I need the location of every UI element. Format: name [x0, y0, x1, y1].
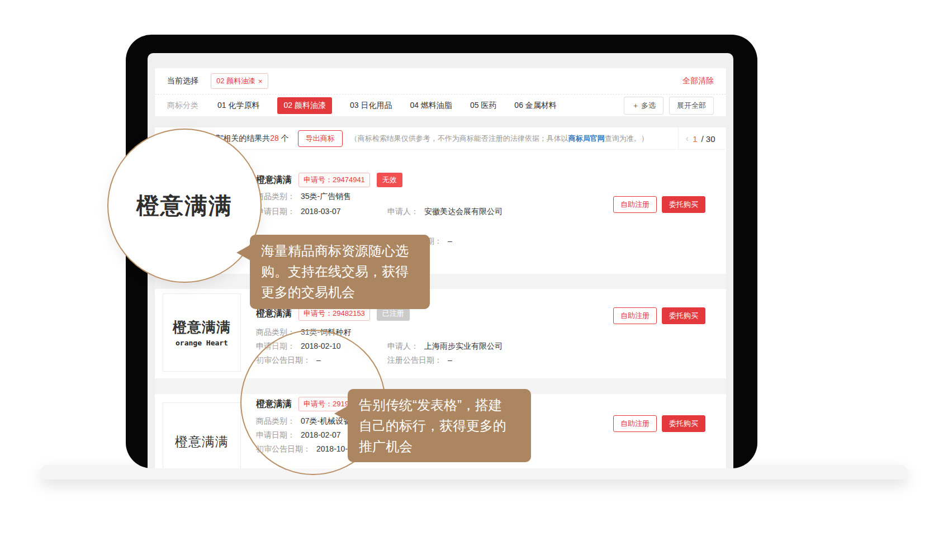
field-value: – [448, 355, 452, 364]
current-selection-label: 当前选择 [167, 76, 198, 86]
results-count: 28 [270, 134, 279, 143]
category-item-04[interactable]: 04 燃料油脂 [410, 101, 452, 111]
field-label: 申请日期： [256, 341, 295, 350]
pagination-current: 1 [693, 134, 697, 144]
result-row-2: 橙意满满 orange Heart 橙意满满 申请号：29482153 已注册 … [155, 289, 726, 378]
expand-all-button[interactable]: 展开全部 [669, 97, 714, 115]
reg-notice-field: 注册公告日期：– [387, 355, 452, 366]
self-register-button[interactable]: 自助注册 [613, 415, 657, 432]
category-row: 商标分类 01 化学原料 02 颜料油漆 03 日化用品 04 燃料油脂 05 … [155, 95, 726, 116]
category-item-03[interactable]: 03 日化用品 [350, 101, 392, 111]
first-notice-field: 初审公告日期：– [256, 355, 321, 366]
results-unit: 个 [281, 134, 289, 143]
result-title-row: 橙意满满 申请号：29474941 无效 [256, 173, 402, 187]
trademark-name: 橙意满满 [256, 174, 292, 186]
field-label: 商品类别： [256, 416, 295, 425]
entrust-buy-button[interactable]: 委托购买 [662, 415, 705, 432]
application-number-tag: 申请号：29474941 [298, 173, 370, 187]
field-value: 2018-02-07 [301, 430, 341, 439]
category-item-02-selected[interactable]: 02 颜料油漆 [277, 97, 331, 114]
row-actions: 自助注册 委托购买 [613, 196, 705, 213]
apply-date-field: 申请日期：2018-03-07 [256, 207, 341, 217]
field-label: 初审公告日期： [256, 444, 311, 453]
field-value: 35类-广告销售 [301, 192, 351, 201]
entrust-buy-button[interactable]: 委托购买 [662, 196, 705, 213]
pagination: ‹ 1 / 30 [678, 127, 726, 150]
field-label: 注册公告日期： [387, 355, 442, 364]
trademark-image-subtext: orange Heart [176, 339, 228, 347]
trademark-image-text: 橙意满满 [173, 318, 231, 336]
results-header: 检索到“橙意满满”相关的结果共28 个 导出商标 （商标检索结果仅供参考，不作为… [155, 127, 726, 150]
selected-filter-tag[interactable]: 02 颜料油漆 × [211, 73, 268, 89]
multi-select-button[interactable]: ＋ 多选 [624, 97, 663, 115]
field-value: 31类-饲料种籽 [301, 328, 351, 336]
field-label: 申请日期： [256, 430, 295, 439]
remove-filter-icon[interactable]: × [258, 77, 263, 86]
field-label: 商品类别： [256, 328, 295, 336]
results-disclaimer: （商标检索结果仅供参考，不作为商标能否注册的法律依据；具体以商标局官网查询为准。… [350, 134, 648, 144]
self-register-button[interactable]: 自助注册 [613, 307, 657, 324]
category-row-label: 商标分类 [167, 101, 198, 111]
field-label: 初审公告日期： [256, 355, 311, 364]
trademark-name: 橙意满满 [256, 308, 292, 320]
selected-filter-tag-label: 02 颜料油漆 [216, 76, 255, 86]
applicant-field: 申请人：安徽美达会展有限公司 [387, 207, 503, 217]
apply-date-field: 申请日期：2018-02-07 [256, 430, 341, 440]
disclaimer-text-end: 查询为准。） [605, 134, 648, 143]
apply-date-field: 申请日期：2018-02-10 [256, 341, 341, 352]
field-label: 商品类别： [256, 192, 295, 201]
category-field: 商品类别：35类-广告销售 [256, 192, 351, 202]
pagination-prev-icon[interactable]: ‹ [685, 133, 689, 144]
status-badge-invalid: 无效 [377, 173, 402, 187]
field-label: 申请人： [387, 341, 419, 350]
category-actions: ＋ 多选 展开全部 [624, 97, 714, 115]
field-value: 上海雨步实业有限公司 [424, 341, 503, 350]
trademark-image-2: 橙意满满 orange Heart [163, 293, 241, 372]
field-value: 安徽美达会展有限公司 [424, 207, 503, 216]
applicant-field: 申请人：上海雨步实业有限公司 [387, 341, 503, 352]
entrust-buy-button[interactable]: 委托购买 [662, 307, 705, 324]
clear-all-link[interactable]: 全部清除 [682, 76, 714, 86]
trademark-office-link[interactable]: 商标局官网 [568, 134, 605, 143]
field-value: – [316, 355, 321, 364]
trademark-name: 橙意满满 [256, 398, 292, 410]
row-actions: 自助注册 委托购买 [613, 307, 705, 324]
filter-panel: 当前选择 02 颜料油漆 × 全部清除 商标分类 01 化学原料 02 颜料油漆… [155, 68, 726, 116]
category-item-05[interactable]: 05 医药 [470, 101, 496, 111]
field-value: 2018-02-10 [301, 341, 341, 350]
field-label: 申请日期： [256, 207, 295, 216]
field-value: 2018-03-07 [301, 207, 341, 216]
field-value: – [448, 236, 452, 245]
callout-bubble-marketplace: 海量精品商标资源随心选 购。支持在线交易，获得 更多的交易机会 [250, 235, 430, 309]
page: 当前选择 02 颜料油漆 × 全部清除 商标分类 01 化学原料 02 颜料油漆… [0, 0, 948, 560]
export-trademarks-button[interactable]: 导出商标 [298, 130, 343, 147]
row-actions: 自助注册 委托购买 [613, 415, 705, 432]
magnified-trademark-text: 橙意满满 [136, 191, 233, 221]
category-field: 商品类别：31类-饲料种籽 [256, 328, 351, 338]
category-item-06[interactable]: 06 金属材料 [514, 101, 556, 111]
first-notice-field: 初审公告日期：2018-10-06 [256, 444, 357, 454]
callout-arrow-left-icon [334, 406, 348, 421]
pagination-total: / 30 [701, 134, 715, 144]
field-label: 申请人： [387, 207, 419, 216]
callout-bubble-promotion: 告别传统“发表格”，搭建 自己的标行，获得更多的 推广机会 [348, 389, 531, 462]
callout-arrow-left-icon [236, 245, 250, 260]
trademark-image-3: 橙意满满 [163, 402, 241, 468]
self-register-button[interactable]: 自助注册 [613, 196, 657, 213]
trademark-image-text: 橙意满满 [175, 433, 229, 450]
category-item-01[interactable]: 01 化学原料 [217, 101, 259, 111]
row-divider [155, 274, 726, 289]
disclaimer-text: （商标检索结果仅供参考，不作为商标能否注册的法律依据；具体以 [350, 134, 568, 143]
current-selection-row: 当前选择 02 颜料油漆 × 全部清除 [155, 68, 726, 94]
